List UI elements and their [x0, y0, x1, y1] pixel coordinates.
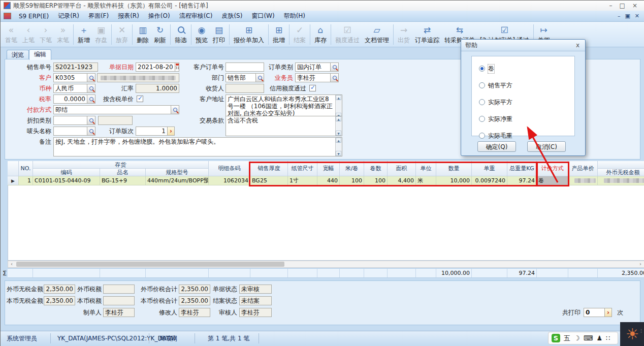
menu-item-0[interactable]: S9 ERP(E): [14, 11, 53, 21]
grid-header-11[interactable]: 单位: [416, 161, 436, 176]
grid-cell-12[interactable]: 10,000: [436, 176, 472, 185]
lookup-button[interactable]: [87, 116, 95, 124]
grid-header-12[interactable]: 数量: [436, 161, 472, 176]
tax-included-checkbox[interactable]: [137, 96, 143, 102]
mdi-minimize-icon[interactable]: –: [618, 13, 621, 19]
textarea-scrollbar[interactable]: [335, 116, 342, 136]
menu-item-7[interactable]: 窗口(W): [247, 11, 279, 21]
credit-check-checkbox[interactable]: [309, 85, 316, 91]
discount-type-field[interactable]: [53, 116, 95, 125]
grid-header-14[interactable]: 总重量KG: [507, 161, 537, 176]
person-icon[interactable]: ♟: [596, 332, 602, 344]
radio-icon[interactable]: [479, 133, 485, 139]
tax-rate-field[interactable]: 0.0000: [53, 95, 95, 104]
grid-hscrollbar[interactable]: ‹ ›: [8, 261, 644, 268]
grid-cell-4[interactable]: 1062034: [209, 176, 250, 185]
menu-item-6[interactable]: 皮肤(S): [217, 11, 247, 21]
grid-cell-6[interactable]: 1寸: [288, 176, 317, 185]
close-icon[interactable]: ×: [632, 2, 637, 9]
help-dialog-titlebar[interactable]: 帮助 x: [461, 40, 585, 51]
grid-cell-2[interactable]: BG-15+9: [100, 176, 146, 185]
grid-header-6[interactable]: 纸管尺寸: [288, 161, 317, 176]
grid-cell-8[interactable]: 100: [340, 176, 364, 185]
mdi-close-icon[interactable]: ✕: [635, 13, 639, 19]
menu-item-5[interactable]: 流程审核(C): [175, 11, 217, 21]
currency-field[interactable]: 人民币: [53, 84, 95, 93]
radio-option-3[interactable]: 实际净重: [479, 115, 512, 123]
salesman-field[interactable]: 李桂芬: [295, 73, 339, 82]
exchange-rate-field[interactable]: 1.0000: [136, 84, 179, 93]
ok-button[interactable]: 确定(Q): [477, 141, 516, 152]
radio-option-4[interactable]: 实际毛重: [479, 132, 512, 140]
grid-header-5[interactable]: 销售厚度: [250, 161, 288, 176]
ime-logo-icon[interactable]: S: [552, 334, 560, 342]
lookup-button[interactable]: [255, 74, 264, 82]
lookup-button[interactable]: [330, 74, 338, 82]
radio-option-1[interactable]: 销售平方: [479, 81, 512, 89]
grid-cell-11[interactable]: 米: [416, 176, 436, 185]
spinner-icon[interactable]: [604, 308, 611, 317]
order-type-field[interactable]: 国内订单: [295, 62, 339, 72]
toolbar-button-order-track[interactable]: ⇄订单追踪: [412, 23, 442, 45]
grid-header-15[interactable]: 计价方式: [537, 161, 568, 176]
mdi-restore-icon[interactable]: ▣: [625, 13, 630, 19]
grid-header-9[interactable]: 卷数: [364, 161, 388, 176]
ime-mode-icon[interactable]: 五: [564, 332, 570, 344]
print-count-field[interactable]: 0: [584, 308, 612, 317]
radio-icon[interactable]: [479, 116, 485, 122]
spinner-icon[interactable]: [167, 127, 174, 135]
tab-browse[interactable]: 浏览: [7, 50, 29, 60]
textarea-scrollbar[interactable]: [335, 95, 342, 118]
maximize-icon[interactable]: □: [620, 2, 625, 9]
grid-header-17[interactable]: 外币无税金额: [598, 169, 644, 176]
grid-cell-14[interactable]: 97.24: [507, 176, 537, 185]
moon-icon[interactable]: ☽: [574, 332, 580, 344]
mark-name-field[interactable]: [53, 127, 95, 136]
remark-field[interactable]: 按J, 天地盒，打井字带，外包缠绕膜。外包装加贴客户唛头。: [53, 137, 342, 156]
grid-header-3[interactable]: 规格型号: [146, 169, 209, 176]
lookup-button[interactable]: [330, 63, 338, 71]
grid-header-7[interactable]: 宽幅: [317, 161, 340, 176]
payment-field[interactable]: 即结: [53, 105, 179, 114]
grid-cell-3[interactable]: 440mm/24um/BOPP预涂...: [146, 176, 209, 185]
grid-header-1[interactable]: 编码: [33, 169, 100, 176]
toolbar-button-refresh[interactable]: ↻刷新: [151, 23, 169, 45]
menu-item-8[interactable]: 帮助(H): [279, 11, 310, 21]
order-version-field[interactable]: 1: [136, 127, 175, 136]
cancel-button[interactable]: 取消(C): [527, 141, 566, 152]
textarea-scrollbar[interactable]: [335, 138, 342, 156]
radio-icon[interactable]: [479, 66, 485, 72]
menu-item-2[interactable]: 界面(F): [84, 11, 113, 21]
radio-option-2[interactable]: 实际平方: [479, 98, 512, 106]
lookup-button[interactable]: [87, 127, 95, 135]
grid-header-2[interactable]: 品名: [100, 169, 146, 176]
toolbar-button-print[interactable]: ▤打印: [210, 23, 228, 45]
radio-option-0[interactable]: 卷: [479, 65, 494, 73]
scroll-right-icon[interactable]: ›: [637, 261, 644, 267]
grid-group-header[interactable]: 存货: [33, 161, 209, 169]
grid-header-10[interactable]: 面积: [388, 161, 416, 176]
grid-header-0[interactable]: NO.: [19, 161, 33, 176]
radio-icon[interactable]: [479, 99, 485, 105]
tab-edit[interactable]: 编辑: [29, 49, 51, 60]
customer-address-field[interactable]: 广州白云区人和镇白米布秀水工业区8号一楼 （106国道，时利和海鲜酒家正对面, …: [226, 95, 342, 118]
grid-cell-7[interactable]: 440: [317, 176, 340, 185]
lookup-button[interactable]: [171, 106, 179, 114]
grid-header-13[interactable]: 单重: [472, 161, 507, 176]
close-icon[interactable]: x: [574, 42, 581, 49]
toolbar-button-add[interactable]: ＋新增: [75, 23, 92, 45]
menu-item-4[interactable]: 操作(O): [144, 11, 175, 21]
radio-icon[interactable]: [479, 82, 485, 88]
grid-cell-0[interactable]: 1: [19, 176, 33, 185]
sales-no-field[interactable]: S2021-1923: [53, 62, 98, 72]
grid-header-8[interactable]: 米/卷: [340, 161, 364, 176]
grid-cell-15[interactable]: 卷: [537, 176, 568, 185]
grid-cell-1[interactable]: C0101-015-0440-09: [33, 176, 100, 185]
toolbar-button-stock[interactable]: ⌂库存: [312, 23, 329, 45]
doc-date-field[interactable]: 2021-08-2031: [136, 62, 179, 72]
grid-cell-9[interactable]: 100: [364, 176, 388, 185]
toolbar-button-batch-add[interactable]: ⊞批增: [270, 23, 287, 45]
grid-header-4[interactable]: 明细条码: [209, 161, 250, 176]
grid-header-16[interactable]: 产品单价: [568, 161, 598, 176]
lookup-button[interactable]: [87, 74, 95, 82]
